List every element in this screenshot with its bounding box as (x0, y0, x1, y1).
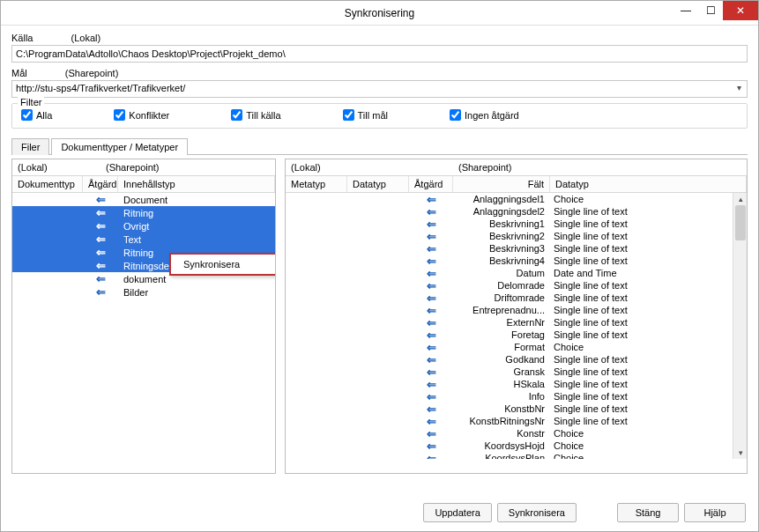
filter-no-action-checkbox[interactable] (450, 109, 461, 121)
left-head-sp: (Sharepoint) (106, 162, 270, 173)
meta-row[interactable]: ⇐Beskrivning1Single line of text (286, 218, 747, 230)
source-path-input[interactable] (11, 45, 748, 63)
filter-to-source-checkbox[interactable] (231, 109, 242, 121)
close-dialog-button[interactable]: Stäng (617, 503, 679, 522)
meta-row[interactable]: ⇐KoordsysPlanChoice (286, 452, 747, 459)
tab-doc-meta[interactable]: Dokumenttyper / Metatyper (51, 138, 188, 155)
row-field: HSkala (453, 379, 550, 389)
right-col-dtype-r[interactable]: Datatyp (550, 176, 747, 192)
tab-files[interactable]: Filer (11, 138, 49, 155)
left-head-local: (Lokal) (18, 162, 106, 173)
left-rows[interactable]: ⇐Document⇐Ritning⇐Ovrigt⇐Text⇐Ritning⇐Ri… (12, 193, 275, 459)
meta-row[interactable]: ⇐GodkandSingle line of text (286, 353, 747, 366)
context-sync[interactable]: Synkronisera (171, 255, 276, 274)
arrow-left-icon: ⇐ (427, 378, 436, 391)
row-dtype: Single line of text (550, 416, 747, 426)
arrow-left-icon: ⇐ (427, 415, 436, 428)
arrow-left-icon: ⇐ (96, 259, 106, 272)
target-label: Mål (11, 68, 27, 78)
meta-row[interactable]: ⇐KonstrChoice (286, 427, 747, 440)
source-sublabel: (Lokal) (71, 33, 101, 43)
filter-conflicts[interactable]: Konflikter (114, 109, 169, 121)
left-col-doc[interactable]: Dokumenttyp (12, 176, 83, 192)
filter-to-target-checkbox[interactable] (343, 109, 354, 121)
row-field: Foretag (453, 329, 550, 340)
list-row[interactable]: ⇐Text (12, 233, 275, 246)
target-sublabel: (Sharepoint) (65, 68, 119, 78)
meta-row[interactable]: ⇐KonstbRitningsNrSingle line of text (286, 415, 747, 427)
scroll-thumb[interactable] (735, 205, 746, 240)
list-row[interactable]: ⇐Ritning (12, 206, 275, 219)
row-field: KoordsysPlan (453, 453, 550, 459)
row-dtype: Single line of text (550, 317, 747, 328)
row-field: KonstbNr (453, 403, 550, 414)
target-path-select[interactable]: http://stu-sps4/Trafikverket/Trafikverke… (11, 80, 748, 98)
right-col-field[interactable]: Fält (453, 176, 550, 192)
arrow-left-icon: ⇐ (427, 279, 436, 292)
meta-row[interactable]: ⇐InfoSingle line of text (286, 390, 747, 403)
arrow-left-icon: ⇐ (427, 353, 436, 366)
meta-row[interactable]: ⇐ForetagSingle line of text (286, 329, 747, 341)
filter-all-checkbox[interactable] (21, 109, 33, 121)
row-field: Info (453, 391, 550, 402)
arrow-left-icon: ⇐ (427, 193, 436, 206)
row-dtype: Single line of text (550, 354, 747, 365)
meta-row[interactable]: ⇐ExternNrSingle line of text (286, 316, 747, 329)
row-ctype: Ritning (118, 208, 275, 218)
meta-row[interactable]: ⇐FormatChoice (286, 341, 747, 353)
row-field: Beskrivning1 (453, 218, 550, 229)
scroll-down-icon[interactable]: ▾ (733, 447, 747, 459)
row-field: KoordsysHojd (453, 440, 550, 451)
row-field: Delomrade (453, 280, 550, 291)
right-rows[interactable]: ⇐Anlaggningsdel1Choice⇐Anlaggningsdel2Si… (286, 193, 747, 459)
filter-to-target[interactable]: Till mål (343, 109, 388, 121)
close-button[interactable]: ✕ (723, 1, 758, 20)
meta-row[interactable]: ⇐DatumDate and Time (286, 267, 747, 279)
update-button[interactable]: Uppdatera (423, 503, 491, 522)
left-pane: (Lokal) (Sharepoint) Dokumenttyp Åtgärd … (11, 159, 276, 474)
row-field: Beskrivning3 (453, 243, 550, 254)
meta-row[interactable]: ⇐KoordsysHojdChoice (286, 440, 747, 452)
help-button[interactable]: Hjälp (684, 503, 746, 522)
arrow-left-icon: ⇐ (427, 218, 436, 231)
row-field: Anlaggningsdel2 (453, 206, 550, 217)
filter-all[interactable]: Alla (21, 109, 52, 121)
arrow-left-icon: ⇐ (427, 316, 436, 329)
meta-row[interactable]: ⇐DelomradeSingle line of text (286, 279, 747, 292)
arrow-left-icon: ⇐ (427, 341, 436, 354)
right-col-dtype-l[interactable]: Datatyp (347, 176, 409, 192)
filter-to-source[interactable]: Till källa (231, 109, 280, 121)
meta-row[interactable]: ⇐GranskSingle line of text (286, 366, 747, 378)
minimize-button[interactable]: — (673, 1, 698, 20)
maximize-button[interactable]: ☐ (698, 1, 723, 20)
arrow-left-icon: ⇐ (96, 193, 106, 206)
list-row[interactable]: ⇐Bilder (12, 285, 275, 299)
meta-row[interactable]: ⇐KonstbNrSingle line of text (286, 403, 747, 415)
scrollbar[interactable]: ▴ ▾ (733, 193, 747, 459)
row-field: Entreprenadnu... (453, 305, 550, 315)
target-row: Mål (Sharepoint) http://stu-sps4/Trafikv… (11, 68, 748, 98)
row-dtype: Single line of text (550, 329, 747, 340)
row-dtype: Single line of text (550, 391, 747, 402)
row-dtype: Choice (550, 342, 747, 352)
meta-row[interactable]: ⇐Beskrivning2Single line of text (286, 230, 747, 242)
meta-row[interactable]: ⇐Beskrivning4Single line of text (286, 255, 747, 267)
meta-row[interactable]: ⇐Beskrivning3Single line of text (286, 242, 747, 255)
filter-conflicts-checkbox[interactable] (114, 109, 125, 121)
meta-row[interactable]: ⇐Anlaggningsdel2Single line of text (286, 205, 747, 218)
meta-row[interactable]: ⇐Anlaggningsdel1Choice (286, 193, 747, 205)
right-col-meta[interactable]: Metatyp (286, 176, 347, 192)
meta-row[interactable]: ⇐DriftomradeSingle line of text (286, 292, 747, 304)
meta-row[interactable]: ⇐Entreprenadnu...Single line of text (286, 304, 747, 316)
sync-button[interactable]: Synkronisera (497, 503, 577, 522)
filter-no-action[interactable]: Ingen åtgärd (450, 109, 519, 121)
meta-row[interactable]: ⇐HSkalaSingle line of text (286, 378, 747, 390)
scroll-up-icon[interactable]: ▴ (733, 193, 747, 205)
list-row[interactable]: ⇐Ovrigt (12, 219, 275, 233)
filter-group: Filter Alla Konflikter Till källa Till m… (11, 103, 748, 129)
right-col-action[interactable]: Åtgärd (409, 176, 453, 192)
list-row[interactable]: ⇐Document (12, 193, 275, 206)
left-col-action[interactable]: Åtgärd (83, 176, 118, 192)
left-col-ctype[interactable]: Innehållstyp (118, 176, 275, 192)
arrow-left-icon: ⇐ (427, 304, 436, 317)
